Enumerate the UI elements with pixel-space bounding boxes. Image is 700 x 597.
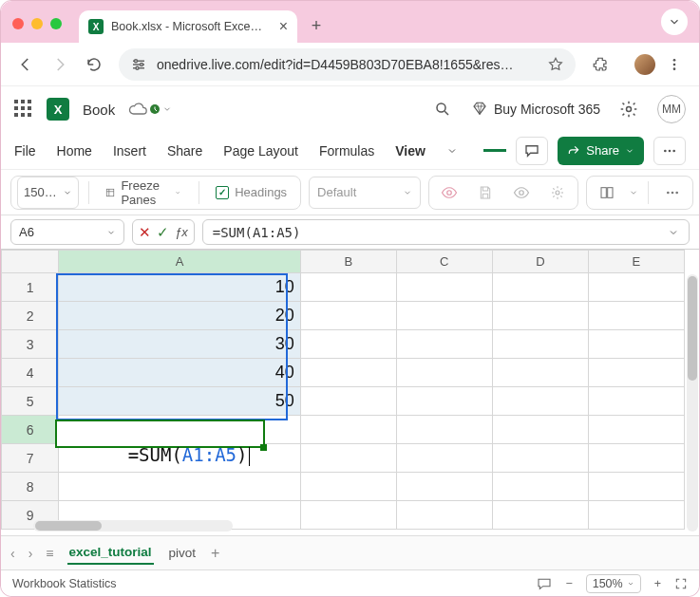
cell[interactable] [492,416,588,444]
cell[interactable] [396,330,492,359]
site-settings-icon[interactable] [130,56,147,73]
cell[interactable] [300,501,396,530]
row-header[interactable]: 7 [2,444,59,473]
name-box[interactable]: A6 [10,219,124,245]
cell[interactable]: 20 [59,302,300,330]
cell[interactable]: 50 [59,387,300,416]
cell[interactable] [396,387,492,416]
cell[interactable] [300,302,396,330]
add-sheet-button[interactable]: + [211,545,219,562]
search-button[interactable] [427,94,458,124]
navigation-button[interactable] [593,178,621,207]
tab-share[interactable]: Share [167,140,202,162]
zoom-in-button[interactable]: + [654,577,661,590]
new-tab-button[interactable]: + [303,12,330,39]
cell[interactable] [492,473,588,501]
cell[interactable] [396,359,492,387]
tab-file[interactable]: File [14,140,36,162]
cell[interactable] [492,387,588,416]
view-options-button[interactable] [543,178,572,207]
expand-formula-bar-icon[interactable] [668,227,679,238]
sheet-view-dropdown[interactable]: Default [309,177,421,209]
headings-toggle[interactable]: ✓ Headings [208,177,294,209]
scrollbar-thumb[interactable] [35,521,102,531]
reload-button[interactable] [79,49,109,80]
tab-page-layout[interactable]: Page Layout [223,140,298,162]
cell[interactable]: 30 [59,330,300,359]
cell[interactable] [588,273,684,302]
horizontal-scrollbar[interactable] [33,520,233,532]
maximize-window-icon[interactable] [50,18,62,29]
comments-button[interactable] [516,137,548,165]
cell[interactable] [588,302,684,330]
cell[interactable] [300,416,396,444]
cancel-formula-button[interactable]: ✕ [139,224,151,241]
cell[interactable]: 10 [59,273,300,302]
tab-home[interactable]: Home [57,140,92,162]
fill-handle[interactable] [260,444,267,451]
save-view-button[interactable] [471,178,500,207]
cell[interactable] [588,330,684,359]
column-header[interactable]: C [396,251,492,273]
new-view-button[interactable] [507,178,536,207]
all-sheets-button[interactable]: ≡ [46,546,53,561]
chevron-down-icon[interactable] [629,188,638,197]
app-launcher-icon[interactable] [14,100,33,119]
settings-button[interactable] [614,94,644,124]
zoom-dropdown[interactable]: 150… [17,177,79,209]
cell[interactable] [396,416,492,444]
cell[interactable] [300,444,396,473]
cell[interactable] [588,444,684,473]
cell[interactable] [300,387,396,416]
insert-function-button[interactable]: ƒx [175,225,188,239]
forward-button[interactable] [45,49,75,80]
exit-view-button[interactable] [435,178,464,207]
cell[interactable] [300,359,396,387]
tab-insert[interactable]: Insert [113,140,146,162]
sheet-tab[interactable]: pivot [167,542,199,564]
cell[interactable] [396,473,492,501]
row-header[interactable]: 8 [2,473,59,501]
row-header[interactable]: 2 [2,302,59,330]
cell[interactable] [396,444,492,473]
extensions-button[interactable] [585,49,615,80]
row-header[interactable]: 1 [2,273,59,302]
sheet-next-button[interactable]: › [28,546,33,561]
sheet-tab-active[interactable]: excel_tutorial [67,541,154,565]
more-commands-button[interactable] [658,178,687,207]
cell[interactable] [396,273,492,302]
cell[interactable] [588,416,684,444]
bookmark-star-icon[interactable] [547,56,564,73]
cell-grid[interactable]: A B C D E 110 220 330 440 550 6 7 8 9 [1,250,686,535]
cell[interactable] [588,359,684,387]
enter-formula-button[interactable]: ✓ [157,224,169,241]
cell[interactable] [396,302,492,330]
minimize-window-icon[interactable] [31,18,43,29]
cell[interactable] [300,330,396,359]
buy-microsoft-365-button[interactable]: Buy Microsoft 365 [471,101,600,118]
row-header[interactable]: 3 [2,330,59,359]
freeze-panes-button[interactable]: Freeze Panes [98,177,188,209]
saved-to-cloud-icon[interactable] [128,103,172,116]
user-avatar[interactable]: MM [657,95,686,123]
column-header[interactable]: D [492,251,588,273]
scrollbar-thumb[interactable] [688,276,697,381]
minimize-chrome-button[interactable] [661,9,688,35]
row-header[interactable]: 5 [2,387,59,416]
ribbon-overflow-button[interactable] [653,137,686,165]
cell[interactable] [588,473,684,501]
column-header[interactable]: B [300,251,396,273]
chrome-menu-button[interactable] [659,49,690,80]
browser-tab[interactable]: X Book.xlsx - Microsoft Excel O × [79,10,297,43]
close-window-icon[interactable] [12,18,24,29]
cell[interactable] [396,501,492,530]
cell[interactable] [492,330,588,359]
document-name[interactable]: Book [83,102,115,118]
vertical-scrollbar[interactable] [686,250,699,535]
row-header[interactable]: 6 [2,416,59,444]
give-feedback-button[interactable] [537,577,552,590]
cell[interactable] [300,273,396,302]
cell[interactable]: 40 [59,359,300,387]
column-header[interactable]: A [59,251,300,273]
address-bar[interactable]: onedrive.live.com/edit?id=D4459B803D70EB… [119,48,576,81]
